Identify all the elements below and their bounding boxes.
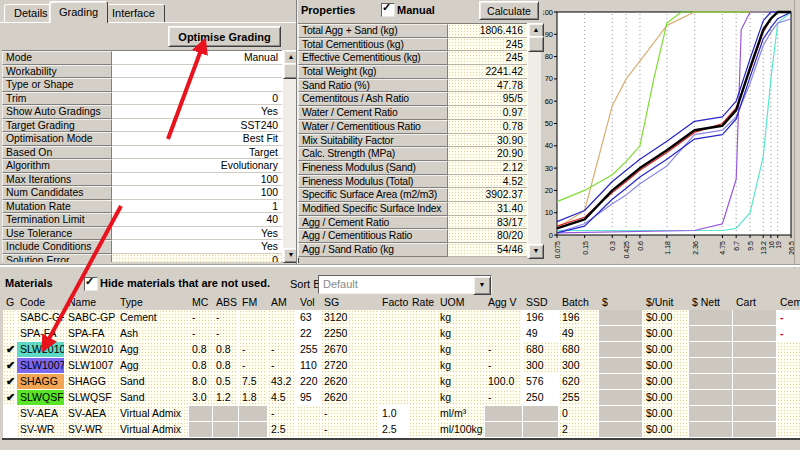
- cell-sg[interactable]: 2620: [321, 390, 379, 406]
- property-value[interactable]: 47.78: [448, 79, 527, 93]
- cell-fm[interactable]: [239, 422, 268, 438]
- row-checked-icon[interactable]: ✔: [6, 391, 15, 403]
- cell-cem[interactable]: [777, 374, 800, 390]
- cell-g[interactable]: [3, 406, 17, 422]
- column-header-cart[interactable]: Cart: [733, 295, 777, 310]
- cell-dollar[interactable]: [599, 374, 643, 390]
- property-value[interactable]: [112, 78, 282, 92]
- cell-nett[interactable]: [689, 310, 733, 326]
- cell-am[interactable]: -: [268, 406, 297, 422]
- property-value[interactable]: 4.52: [448, 175, 527, 189]
- scroll-down-icon[interactable]: ▼: [528, 244, 544, 259]
- cell-rate[interactable]: [409, 406, 437, 422]
- cell-cem[interactable]: -: [777, 326, 800, 342]
- property-value[interactable]: 0.97: [448, 106, 527, 120]
- cell-mc[interactable]: 0.8: [189, 342, 213, 358]
- property-value[interactable]: 30.90: [448, 134, 527, 148]
- column-header-ssd[interactable]: SSD: [523, 295, 559, 310]
- tab-interface[interactable]: Interface: [102, 4, 165, 23]
- optimise-grading-button[interactable]: Optimise Grading: [168, 26, 281, 47]
- cell-cart[interactable]: [733, 358, 777, 374]
- cell-mc[interactable]: [189, 406, 213, 422]
- cell-nett[interactable]: [689, 422, 733, 438]
- property-value[interactable]: 31.40: [448, 202, 527, 216]
- cell-type[interactable]: Virtual Admix: [117, 406, 189, 422]
- cell-rate[interactable]: [409, 310, 437, 326]
- cell-cart[interactable]: [733, 310, 777, 326]
- cell-aggv[interactable]: [485, 326, 523, 342]
- cell-uom[interactable]: ml/100kg: [437, 422, 485, 438]
- cell-uom[interactable]: ml/m³: [437, 406, 485, 422]
- property-value[interactable]: [112, 65, 282, 79]
- cell-fm[interactable]: -: [239, 358, 268, 374]
- cell-name[interactable]: SV-AEA: [65, 406, 117, 422]
- column-header-facto[interactable]: Facto: [379, 295, 409, 310]
- cell-vol[interactable]: [297, 406, 321, 422]
- row-checked-icon[interactable]: ✔: [6, 343, 15, 355]
- cell-cart[interactable]: [733, 342, 777, 358]
- property-value[interactable]: 1: [112, 200, 282, 214]
- cell-fm[interactable]: 7.5: [239, 374, 268, 390]
- cell-g[interactable]: ✔: [3, 374, 17, 390]
- cell-mc[interactable]: 3.0: [189, 390, 213, 406]
- column-header-code[interactable]: Code: [17, 295, 65, 310]
- cell-nett[interactable]: [689, 390, 733, 406]
- column-header-mc[interactable]: MC: [189, 295, 213, 310]
- cell-ssd[interactable]: 49: [523, 326, 559, 342]
- column-header-am[interactable]: AM: [268, 295, 297, 310]
- property-value[interactable]: Yes: [112, 240, 282, 254]
- cell-dollar[interactable]: [599, 326, 643, 342]
- cell-unit[interactable]: $0.00: [643, 342, 689, 358]
- cell-type[interactable]: Cement: [117, 310, 189, 326]
- property-value[interactable]: 100: [112, 186, 282, 200]
- cell-name[interactable]: SPA-FA: [65, 326, 117, 342]
- cell-unit[interactable]: $0.00: [643, 406, 689, 422]
- property-value[interactable]: 0: [112, 254, 282, 263]
- cell-facto[interactable]: [379, 390, 409, 406]
- property-value[interactable]: 245: [448, 51, 527, 65]
- cell-rate[interactable]: [409, 358, 437, 374]
- cell-mc[interactable]: 8.0: [189, 374, 213, 390]
- cell-nett[interactable]: [689, 406, 733, 422]
- cell-uom[interactable]: kg: [437, 390, 485, 406]
- cell-dollar[interactable]: [599, 310, 643, 326]
- column-header-nett[interactable]: $ Nett: [689, 295, 733, 310]
- property-value[interactable]: 80/20: [448, 229, 527, 243]
- cell-aggv[interactable]: [485, 406, 523, 422]
- row-checked-icon[interactable]: ✔: [6, 375, 15, 387]
- cell-facto[interactable]: 2.5: [379, 422, 409, 438]
- property-value[interactable]: 40: [112, 213, 282, 227]
- cell-uom[interactable]: kg: [437, 374, 485, 390]
- cell-uom[interactable]: kg: [437, 342, 485, 358]
- cell-cem[interactable]: [777, 406, 800, 422]
- property-value[interactable]: SST240: [112, 119, 282, 133]
- cell-ssd[interactable]: 196: [523, 310, 559, 326]
- cell-ssd[interactable]: [523, 406, 559, 422]
- cell-rate[interactable]: [409, 390, 437, 406]
- cell-abs[interactable]: 0.8: [213, 342, 239, 358]
- cell-sg[interactable]: 2620: [321, 374, 379, 390]
- cell-vol[interactable]: 22: [297, 326, 321, 342]
- property-value[interactable]: Target: [112, 146, 282, 160]
- cell-am[interactable]: 4.5: [268, 390, 297, 406]
- cell-aggv[interactable]: -: [485, 390, 523, 406]
- cell-type[interactable]: Sand: [117, 390, 189, 406]
- property-value[interactable]: 95/5: [448, 92, 527, 106]
- property-value[interactable]: 20.90: [448, 147, 527, 161]
- cell-batch[interactable]: 0: [559, 406, 599, 422]
- cell-unit[interactable]: $0.00: [643, 358, 689, 374]
- cell-batch[interactable]: 620: [559, 374, 599, 390]
- cell-sg[interactable]: 2250: [321, 326, 379, 342]
- cell-rate[interactable]: [409, 374, 437, 390]
- cell-facto[interactable]: [379, 326, 409, 342]
- cell-sg[interactable]: -: [321, 406, 379, 422]
- cell-fm[interactable]: [239, 310, 268, 326]
- cell-type[interactable]: Ash: [117, 326, 189, 342]
- column-header-type[interactable]: Type: [117, 295, 189, 310]
- cell-code[interactable]: SABC-GP: [17, 310, 65, 326]
- cell-name[interactable]: SABC-GP: [65, 310, 117, 326]
- cell-aggv[interactable]: [485, 422, 523, 438]
- cell-dollar[interactable]: [599, 422, 643, 438]
- property-value[interactable]: 2.12: [448, 161, 527, 175]
- cell-vol[interactable]: 220: [297, 374, 321, 390]
